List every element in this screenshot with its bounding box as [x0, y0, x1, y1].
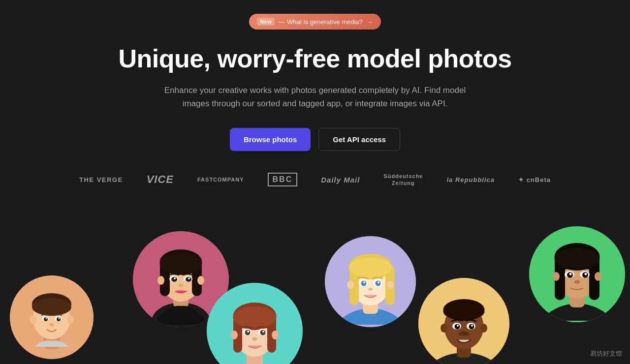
- svg-point-94: [574, 280, 580, 284]
- svg-point-29: [188, 277, 190, 279]
- new-badge: New: [257, 18, 275, 26]
- banner-pill[interactable]: New — What is generative media? →: [249, 14, 381, 30]
- svg-point-74: [457, 325, 459, 327]
- photo-circle-6: [529, 226, 625, 322]
- press-logo-suddeutsche: SüddeutscheZeitung: [383, 173, 423, 187]
- svg-point-5: [30, 315, 36, 324]
- press-logo-cnbeta: ✦ cnBeta: [518, 176, 551, 183]
- api-access-button[interactable]: Get API access: [318, 128, 400, 151]
- svg-point-30: [179, 284, 184, 287]
- svg-point-37: [233, 306, 277, 328]
- watermark: 易坊好文馆: [590, 349, 622, 358]
- svg-point-22: [158, 276, 164, 285]
- photo-circle-1: [10, 275, 94, 359]
- svg-point-60: [363, 281, 365, 283]
- svg-point-43: [260, 330, 266, 335]
- banner-arrow: →: [367, 18, 373, 26]
- svg-point-55: [387, 281, 394, 289]
- svg-point-38: [231, 331, 238, 339]
- svg-point-93: [585, 273, 587, 275]
- svg-point-11: [46, 318, 47, 319]
- svg-point-75: [471, 325, 473, 327]
- svg-point-54: [347, 281, 354, 289]
- svg-point-77: [459, 332, 463, 336]
- svg-point-39: [272, 331, 279, 339]
- svg-point-62: [368, 288, 373, 291]
- banner-text: — What is generative media?: [279, 18, 363, 26]
- press-logo-vice: VICE: [147, 173, 174, 186]
- svg-point-12: [59, 318, 60, 319]
- cta-buttons-container: Browse photos Get API access: [0, 128, 630, 151]
- photo-circle-5: [418, 278, 509, 364]
- press-logo-fast-company: FASTCOMPANY: [197, 177, 244, 182]
- svg-point-4: [32, 298, 71, 316]
- press-logos-section: THE VERGE VICE FASTCOMPANY BBC Daily Mai…: [0, 173, 630, 187]
- svg-point-68: [441, 324, 447, 333]
- photos-section: [0, 221, 630, 364]
- svg-point-13: [49, 323, 54, 326]
- svg-point-28: [174, 277, 176, 279]
- svg-point-92: [569, 273, 572, 275]
- svg-point-87: [595, 272, 601, 281]
- svg-point-59: [376, 281, 381, 286]
- press-logo-la-repubblica: la Repubblica: [446, 176, 495, 183]
- svg-point-78: [465, 332, 469, 336]
- press-logo-bbc: BBC: [268, 173, 298, 186]
- svg-point-6: [67, 315, 74, 324]
- hero-section: Unique, worry-free model photos Enhance …: [0, 44, 630, 110]
- svg-point-69: [480, 324, 487, 333]
- svg-point-85: [555, 248, 600, 270]
- svg-point-86: [553, 272, 560, 281]
- hero-description: Enhance your creative works with photos …: [162, 84, 468, 110]
- svg-point-45: [262, 331, 264, 333]
- photo-circle-4: [325, 236, 416, 327]
- svg-point-53: [349, 258, 392, 277]
- svg-point-23: [197, 276, 204, 285]
- hero-title: Unique, worry-free model photos: [10, 44, 620, 74]
- svg-point-44: [247, 331, 249, 333]
- svg-point-46: [252, 337, 257, 341]
- press-logo-the-verge: THE VERGE: [79, 176, 123, 183]
- svg-point-72: [455, 324, 460, 330]
- press-logo-daily-mail: Daily Mail: [321, 176, 360, 184]
- svg-point-42: [245, 330, 251, 335]
- svg-point-61: [378, 281, 379, 283]
- browse-photos-button[interactable]: Browse photos: [230, 128, 311, 151]
- svg-point-73: [469, 324, 474, 330]
- svg-point-21: [160, 254, 202, 273]
- top-banner-container: New — What is generative media? →: [0, 0, 630, 30]
- svg-point-67: [443, 303, 485, 320]
- svg-point-58: [361, 281, 367, 286]
